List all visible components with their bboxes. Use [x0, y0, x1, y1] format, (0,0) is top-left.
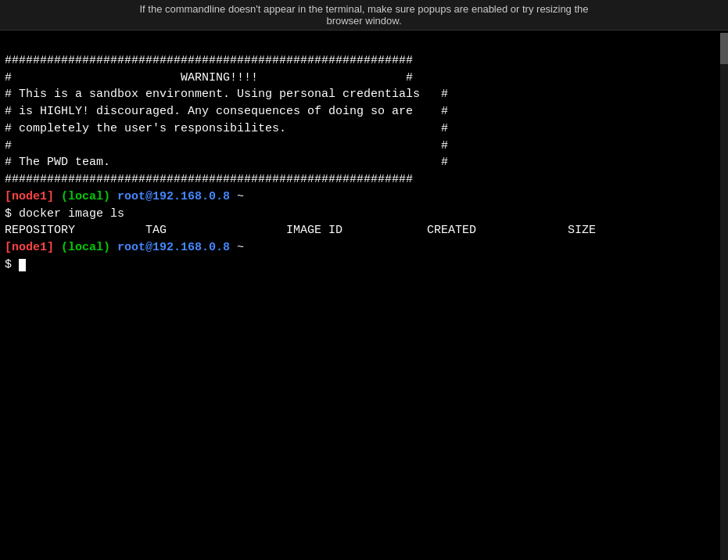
scrollbar[interactable] [720, 33, 728, 560]
table-header: REPOSITORY TAG IMAGE ID CREATED SIZE [5, 224, 596, 237]
comment-line-1: # This is a sandbox environment. Using p… [5, 88, 448, 101]
top-bar-line1: If the commandline doesn't appear in the… [6, 3, 722, 15]
prompt-local-1: (local) [61, 190, 110, 203]
comment-line-4: # # [5, 139, 448, 153]
warning-line: # WARNING!!!! # [5, 71, 413, 84]
top-bar: If the commandline doesn't appear in the… [0, 0, 728, 31]
prompt-node-1: [node1] [5, 190, 54, 203]
terminal[interactable]: ########################################… [0, 31, 728, 558]
hash-line-top: ########################################… [5, 54, 413, 67]
prompt-user-2: root@192.168.0.8 [117, 241, 230, 254]
prompt-local-2: (local) [61, 241, 110, 254]
comment-line-5: # The PWD team. # [5, 156, 448, 169]
scrollbar-thumb[interactable] [720, 33, 728, 64]
prompt-line-1: [node1] (local) root@192.168.0.8 ~ [5, 190, 244, 203]
hash-line-bottom: ########################################… [5, 173, 413, 186]
prompt-tilde-2: ~ [237, 241, 244, 254]
top-bar-line2: browser window. [6, 15, 722, 27]
comment-line-3: # completely the user's responsibilites.… [5, 122, 448, 135]
prompt-user-1: root@192.168.0.8 [117, 190, 230, 203]
prompt-node-2: [node1] [5, 241, 54, 254]
prompt-line-2: [node1] (local) root@192.168.0.8 ~ [5, 241, 244, 254]
command-line: $ docker image ls [5, 207, 124, 221]
cursor [19, 259, 26, 271]
prompt-line-3: $ [5, 258, 26, 271]
prompt-tilde-1: ~ [237, 190, 244, 203]
comment-line-2: # is HIGHLY! discouraged. Any consequenc… [5, 105, 448, 118]
